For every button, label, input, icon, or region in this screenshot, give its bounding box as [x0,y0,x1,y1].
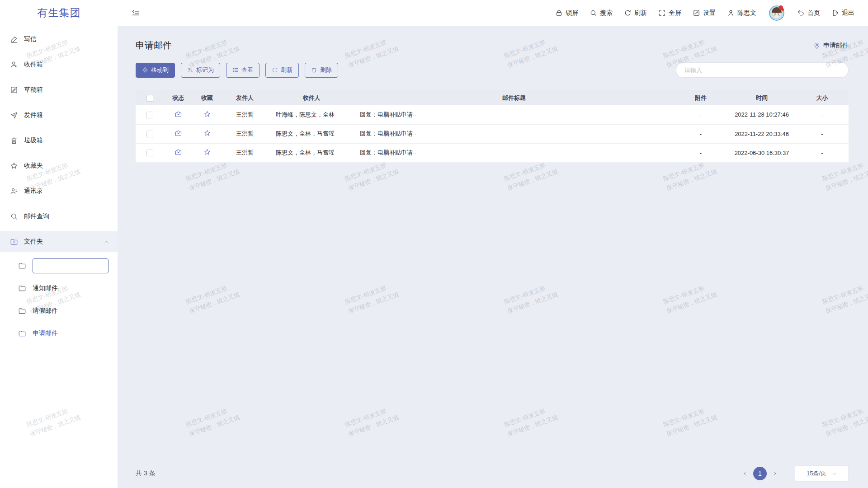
new-folder-name-input[interactable] [33,258,108,273]
sidebar-item-folders[interactable]: 文件夹 [0,231,118,252]
sidebar: 写信 收件箱 草稿箱 发件箱 垃圾箱 收藏夹 通讯录 邮件查询 文件夹 通知邮件 [0,26,118,488]
menu-fold-icon[interactable] [131,9,140,18]
sidebar-item-inbox[interactable]: 收件箱 [0,54,118,75]
mail-attachment: - [674,124,728,143]
folder-add-icon [10,238,18,246]
star-icon[interactable] [203,129,211,137]
next-page-button[interactable] [770,467,780,480]
col-favorite: 收藏 [193,90,221,105]
table-header-row: 状态 收藏 发件人 收件人 邮件标题 附件 时间 大小 [136,90,849,105]
settings-button[interactable]: 设置 [693,9,716,17]
mail-row[interactable]: 王洪哲 陈思文，全林，马雪瑶 回复：电脑补贴申请·· - 2022-06-30 … [136,143,849,162]
delete-button[interactable]: 删除 [305,63,338,78]
chevron-up-icon[interactable] [103,239,108,244]
footer: 共 3 条 1 15条/页 [136,465,849,482]
col-subject: 邮件标题 [354,90,674,105]
sidebar-item-mail-search[interactable]: 邮件查询 [0,206,118,227]
chevron-down-icon [832,471,837,476]
toolbar: 移动到 标记为 查看 刷新 删除 [136,62,849,78]
mail-table: 状态 收藏 发件人 收件人 邮件标题 附件 时间 大小 王洪哲 叶海峰，陈思文，… [136,90,849,163]
sidebar-item-drafts[interactable]: 草稿箱 [0,80,118,100]
sidebar-item-sent[interactable]: 发件箱 [0,105,118,126]
topbar: 有生集团 锁屏 搜索 刷新 全屏 设置 陈思文 [0,0,868,26]
page-number[interactable]: 1 [753,467,767,480]
mail-size: - [796,105,849,124]
star-icon[interactable] [203,148,211,156]
new-folder-row [0,257,118,275]
mail-open-icon [175,148,182,156]
settings-icon [693,9,700,17]
sidebar-folder-notice-mail[interactable]: 通知邮件 [0,279,118,297]
mail-search-icon [10,212,18,221]
mark-icon [187,67,193,73]
col-attachment: 附件 [674,90,728,105]
mail-open-icon [175,110,182,118]
drafts-icon [10,86,18,94]
row-checkbox[interactable] [146,112,153,118]
col-size: 大小 [796,90,849,105]
search-button[interactable]: 搜索 [590,9,613,17]
mail-time: 2022-11-22 20:33:46 [728,124,796,143]
fullscreen-button[interactable]: 全屏 [658,9,681,17]
refresh-list-button[interactable]: 刷新 [265,63,299,78]
search-input[interactable] [676,62,849,78]
logout-button[interactable]: 退出 [831,9,854,17]
mail-open-icon [175,129,182,137]
move-to-button[interactable]: 移动到 [136,63,175,78]
mail-sender: 王洪哲 [221,124,269,143]
mark-as-button[interactable]: 标记为 [181,63,220,78]
mail-sender: 王洪哲 [221,143,269,162]
breadcrumb[interactable]: 申请邮件 [813,42,849,50]
logout-icon [831,9,839,17]
mail-size: - [796,143,849,162]
sidebar-item-trash[interactable]: 垃圾箱 [0,130,118,151]
home-button[interactable]: 首页 [797,9,820,17]
row-checkbox[interactable] [146,131,153,137]
sidebar-item-favorites[interactable]: 收藏夹 [0,155,118,176]
refresh-button[interactable]: 刷新 [624,9,647,17]
move-icon [142,67,148,73]
sent-icon [10,111,18,119]
refresh-icon [272,67,278,73]
sidebar-folder-application-mail[interactable]: 申请邮件 [0,324,118,343]
lock-icon [555,9,563,17]
col-status: 状态 [164,90,193,105]
favorites-icon [10,162,18,170]
col-recipients: 收件人 [269,90,354,105]
view-icon [232,67,239,73]
mail-subject: 回复：电脑补贴申请·· [354,143,674,162]
lock-screen-button[interactable]: 锁屏 [555,9,578,17]
select-all-checkbox[interactable] [146,95,153,102]
mail-attachment: - [674,143,728,162]
sidebar-item-compose[interactable]: 写信 [0,29,118,50]
fullscreen-icon [658,9,666,17]
current-user-button[interactable]: 陈思文 [727,9,756,17]
star-icon[interactable] [203,110,211,118]
sidebar-folder-leave-mail[interactable]: 请假邮件 [0,302,118,320]
total-count: 共 3 条 [136,469,156,478]
view-button[interactable]: 查看 [226,63,259,78]
prev-page-button[interactable] [740,467,750,480]
mail-time: 2022-06-30 16:30:37 [728,143,796,162]
user-icon [727,9,735,17]
mail-subject: 回复：电脑补贴申请·· [354,124,674,143]
col-sender: 发件人 [221,90,269,105]
mail-recipients: 陈思文，全林，马雪瑶 [269,143,354,162]
location-pin-icon [813,42,821,49]
pagination: 1 15条/页 [740,465,849,482]
folder-icon [18,284,26,292]
mail-recipients: 叶海峰，陈思文，全林 [269,105,354,124]
mail-size: - [796,124,849,143]
refresh-icon [624,9,632,17]
sidebar-item-contacts[interactable]: 通讯录 [0,181,118,202]
folder-icon [18,307,26,315]
mail-row[interactable]: 王洪哲 叶海峰，陈思文，全林 回复：电脑补贴申请·· - 2022-11-28 … [136,105,849,124]
mail-subject: 回复：电脑补贴申请·· [354,105,674,124]
row-checkbox[interactable] [146,150,153,156]
mail-row[interactable]: 王洪哲 陈思文，全林，马雪瑶 回复：电脑补贴申请·· - 2022-11-22 … [136,124,849,143]
home-back-icon [797,9,805,17]
user-avatar[interactable] [768,4,786,22]
folder-icon [18,262,26,270]
page-size-select[interactable]: 15条/页 [795,465,849,482]
col-time: 时间 [728,90,796,105]
